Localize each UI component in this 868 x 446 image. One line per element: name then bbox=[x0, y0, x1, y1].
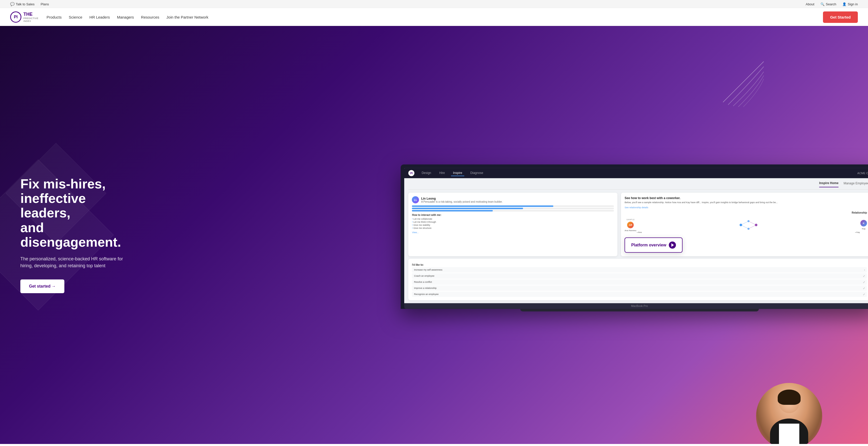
interact-item-1: Let me collaborate bbox=[412, 217, 614, 220]
svg-line-2 bbox=[748, 221, 756, 225]
nav-resources[interactable]: Resources bbox=[141, 15, 159, 19]
svg-line-0 bbox=[741, 221, 748, 225]
app-cards: LL Lin Leong A Persuader is a risk-takin… bbox=[408, 193, 868, 256]
svg-line-3 bbox=[748, 225, 756, 229]
logo-circle: PI bbox=[10, 11, 21, 23]
logo[interactable]: PI THE PREDICTIVE INDEX bbox=[10, 11, 38, 23]
person2-name: Kay bbox=[862, 228, 865, 230]
logo-text: THE PREDICTIVE INDEX bbox=[23, 12, 38, 23]
task-arrow-4: ⤢ bbox=[863, 287, 865, 289]
tab-manage-employees[interactable]: Manage Employees bbox=[844, 182, 868, 187]
logo-pi: THE bbox=[23, 12, 38, 17]
laptop-screen: PI Design Hire Inspire Diagnose ACME C..… bbox=[404, 168, 868, 304]
hero-cta-button[interactable]: Get started → bbox=[20, 280, 64, 293]
logo-tagline-predictive: PREDICTIVE bbox=[23, 17, 38, 20]
person2-avatar: K bbox=[860, 220, 867, 227]
app-tab-diagnose[interactable]: Diagnose bbox=[468, 170, 486, 176]
nav-links: Products Science HR Leaders Managers Res… bbox=[46, 15, 208, 19]
hero-section: Fix mis-hires, ineffective leaders, and … bbox=[0, 26, 868, 444]
laptop-mockup: PI Design Hire Inspire Diagnose ACME C..… bbox=[401, 164, 868, 312]
person1-node: SAMPLE AR Ana Ramirez bbox=[624, 218, 636, 231]
app-tab-hire[interactable]: Hire bbox=[437, 170, 447, 176]
task-item-1[interactable]: Increase my self awareness › bbox=[412, 267, 867, 272]
logo-tagline-index: INDEX bbox=[23, 20, 38, 23]
top-bar: 💬 Talk to Sales Plans About 🔍 Search 👤 S… bbox=[0, 0, 868, 8]
task-arrow-2: ⤢ bbox=[863, 274, 865, 277]
profile-bar-fill-3 bbox=[412, 210, 493, 212]
about-link[interactable]: About bbox=[806, 2, 814, 6]
app-company-label: ACME C... bbox=[857, 172, 868, 175]
nav-managers[interactable]: Managers bbox=[117, 15, 134, 19]
nav-partner-network-label: Join the Partner Network bbox=[166, 15, 208, 19]
shirt bbox=[779, 424, 799, 444]
relationship-visual: SAMPLE AR Ana Ramirez bbox=[624, 216, 867, 234]
app-nav-tabs: Design Hire Inspire Diagnose bbox=[420, 170, 852, 176]
nav-partner-network[interactable]: Join the Partner Network bbox=[166, 15, 208, 19]
laptop-bottom: MacBook Pro bbox=[404, 303, 868, 309]
nav-products[interactable]: Products bbox=[46, 15, 62, 19]
relationship-link[interactable]: See relationship details bbox=[624, 206, 867, 209]
search-icon: 🔍 bbox=[820, 2, 825, 6]
interact-item-3: Give me stability bbox=[412, 224, 614, 227]
top-bar-left: 💬 Talk to Sales Plans bbox=[10, 2, 49, 6]
sign-in-link[interactable]: 👤 Sign in bbox=[842, 2, 858, 6]
hero-subheadline: The personalized, science-backed HR soft… bbox=[20, 256, 132, 269]
laptop-base bbox=[520, 309, 759, 311]
profile-avatar: LL bbox=[412, 196, 419, 203]
get-started-button[interactable]: Get Started bbox=[823, 11, 858, 23]
coworker-title: See how to work best with a coworker. bbox=[624, 196, 867, 200]
hero-headline: Fix mis-hires, ineffective leaders, and … bbox=[20, 177, 132, 250]
talk-to-sales-label: Talk to Sales bbox=[16, 2, 35, 6]
profile-bar-3 bbox=[412, 210, 614, 212]
task-item-3[interactable]: Resolve a conflict ⤢ bbox=[412, 279, 867, 285]
task-item-4[interactable]: Improve a relationship ⤢ bbox=[412, 285, 867, 291]
user-icon: 👤 bbox=[842, 2, 846, 6]
nav-left: PI THE PREDICTIVE INDEX Products Science… bbox=[10, 11, 208, 23]
profile-type: A Persuader is a risk-taking, socially p… bbox=[421, 200, 502, 203]
relationship-label: Relationship bbox=[624, 211, 867, 214]
tab-inspire-home[interactable]: Inspire Home bbox=[819, 181, 838, 187]
task-arrow-1: › bbox=[864, 268, 865, 271]
headline-line2: ineffective leaders, bbox=[20, 191, 86, 220]
plans-link[interactable]: Plans bbox=[41, 2, 49, 6]
platform-overview-button[interactable]: Platform overview bbox=[624, 237, 683, 253]
app-logo: PI bbox=[408, 170, 414, 176]
task-list-title: I'd like to: bbox=[412, 263, 867, 266]
task-arrow-5: ⤢ bbox=[863, 293, 865, 295]
talk-to-sales-link[interactable]: 💬 Talk to Sales bbox=[10, 2, 35, 6]
platform-overview-label: Platform overview bbox=[631, 243, 666, 247]
app-tab-inspire[interactable]: Inspire bbox=[451, 170, 464, 176]
headline-line3: and disengagement. bbox=[20, 220, 121, 250]
interact-item-2: Let me think it through bbox=[412, 220, 614, 224]
laptop-frame: PI Design Hire Inspire Diagnose ACME C..… bbox=[401, 164, 868, 309]
person-silhouette bbox=[756, 383, 822, 444]
task-arrow-3: ⤢ bbox=[863, 281, 865, 283]
nav-science[interactable]: Science bbox=[69, 15, 82, 19]
person1-label: SAMPLE bbox=[626, 218, 634, 220]
profile-row: LL Lin Leong A Persuader is a risk-takin… bbox=[412, 196, 614, 203]
profile-card: LL Lin Leong A Persuader is a risk-takin… bbox=[408, 193, 617, 256]
svg-point-6 bbox=[747, 228, 749, 230]
play-icon bbox=[669, 241, 676, 248]
svg-point-7 bbox=[755, 224, 757, 226]
profile-bar-2 bbox=[412, 208, 614, 209]
profile-name: Lin Leong bbox=[421, 196, 502, 200]
person2-node: K Kay bbox=[860, 220, 867, 230]
app-body: Inspire Home Manage Employees LL Lin Leo… bbox=[404, 178, 868, 304]
task-item-2[interactable]: Coach an employee ⤢ bbox=[412, 273, 867, 279]
hero-content: Fix mis-hires, ineffective leaders, and … bbox=[0, 161, 153, 309]
search-link[interactable]: 🔍 Search bbox=[820, 2, 836, 6]
main-nav: PI THE PREDICTIVE INDEX Products Science… bbox=[0, 8, 868, 26]
profile-bars bbox=[412, 205, 614, 212]
profile-type-label: A Persuader bbox=[421, 200, 435, 203]
sign-in-label: Sign in bbox=[848, 2, 858, 6]
headline-line1: Fix mis-hires, bbox=[20, 177, 105, 191]
view-link[interactable]: View... bbox=[412, 231, 614, 234]
nav-resources-label: Resources bbox=[141, 15, 159, 19]
coworker-subtitle: Below, you'll see a sample relationship.… bbox=[624, 201, 867, 204]
task-item-5[interactable]: Recognize an employee ⤢ bbox=[412, 291, 867, 297]
svg-point-4 bbox=[740, 224, 742, 226]
profile-description: is a risk-taking, socially poised and mo… bbox=[436, 200, 502, 203]
nav-hr-leaders[interactable]: HR Leaders bbox=[90, 15, 110, 19]
app-tab-design[interactable]: Design bbox=[420, 170, 433, 176]
